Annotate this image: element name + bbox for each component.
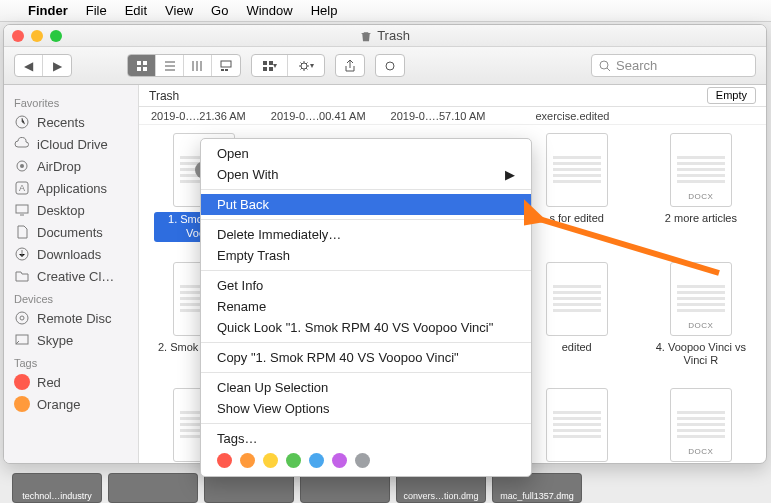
search-icon [599, 60, 611, 72]
column-header[interactable]: 2019-0….57.10 AM [391, 110, 486, 122]
dock-item[interactable] [204, 473, 294, 503]
search-field[interactable]: Search [591, 54, 756, 77]
forward-button[interactable]: ▶ [43, 55, 71, 76]
tags-button[interactable] [376, 55, 404, 76]
tag-color-swatch[interactable] [263, 453, 278, 468]
menu-go[interactable]: Go [211, 3, 228, 18]
context-menu-item[interactable]: Quick Look "1. Smok RPM 40 VS Voopoo Vin… [201, 317, 531, 338]
tag-color-swatch[interactable] [286, 453, 301, 468]
svg-point-23 [20, 316, 24, 320]
file-item[interactable]: DOCX 4. Voopoo Vinci vs Vinci R [644, 262, 758, 369]
sidebar-item-label: Skype [37, 333, 73, 348]
share-icon [344, 60, 356, 72]
list-view-button[interactable] [156, 55, 184, 76]
file-item[interactable]: edited [520, 262, 634, 369]
tag-color-swatch[interactable] [355, 453, 370, 468]
tags-button-group [375, 54, 405, 77]
icon-view-button[interactable] [128, 55, 156, 76]
file-thumbnail [546, 388, 608, 462]
sidebar-item[interactable]: Desktop [4, 199, 138, 221]
column-header[interactable]: exercise.edited [535, 110, 609, 122]
empty-trash-button[interactable]: Empty [707, 87, 756, 104]
arrange-button[interactable]: ▾ [252, 55, 288, 76]
sidebar-item[interactable]: Remote Disc [4, 307, 138, 329]
file-thumbnail [546, 133, 608, 207]
minimize-button[interactable] [31, 30, 43, 42]
context-menu-item[interactable]: Copy "1. Smok RPM 40 VS Voopoo Vinci" [201, 347, 531, 368]
file-item[interactable]: DOCX 2 more articles [644, 133, 758, 242]
sidebar-item-label: Applications [37, 181, 107, 196]
context-menu-item[interactable]: Open With ▶ [201, 164, 531, 185]
context-menu-item[interactable]: Clean Up Selection [201, 377, 531, 398]
menu-view[interactable]: View [165, 3, 193, 18]
list-icon [164, 60, 176, 72]
menu-edit[interactable]: Edit [125, 3, 147, 18]
dock-item[interactable]: technol…industry [12, 473, 102, 503]
file-item[interactable]: in I [520, 388, 634, 463]
context-menu-label: Empty Trash [217, 248, 290, 263]
sidebar-item[interactable]: iCloud Drive [4, 133, 138, 155]
menu-help[interactable]: Help [311, 3, 338, 18]
context-menu-item[interactable]: Rename [201, 296, 531, 317]
file-item[interactable]: DOCX 7 reviewed. Information Age [644, 388, 758, 463]
file-label: 4. Voopoo Vinci vs Vinci R [651, 341, 751, 369]
svg-rect-3 [143, 67, 147, 71]
context-menu-item[interactable]: Empty Trash [201, 245, 531, 266]
sidebar-item[interactable]: Skype [4, 329, 138, 351]
menu-window[interactable]: Window [246, 3, 292, 18]
window-title: Trash [377, 28, 410, 43]
tag-color-swatch[interactable] [217, 453, 232, 468]
column-view-button[interactable] [184, 55, 212, 76]
zoom-button[interactable] [50, 30, 62, 42]
close-button[interactable] [12, 30, 24, 42]
sidebar-item-label: Desktop [37, 203, 85, 218]
svg-rect-7 [263, 61, 267, 65]
context-menu-label: Delete Immediately… [217, 227, 341, 242]
path-bar: Trash Empty [139, 85, 766, 107]
columns-icon [192, 60, 204, 72]
sidebar-item[interactable]: Red [4, 371, 138, 393]
tag-color-swatch[interactable] [240, 453, 255, 468]
share-button[interactable] [336, 55, 364, 76]
sidebar-item[interactable]: Orange [4, 393, 138, 415]
sidebar-item[interactable]: AApplications [4, 177, 138, 199]
file-thumbnail: DOCX [670, 262, 732, 336]
svg-rect-1 [143, 61, 147, 65]
context-menu-item[interactable]: Put Back [201, 194, 531, 215]
context-menu-item[interactable]: Tags… [201, 428, 531, 449]
file-item[interactable]: s for edited [520, 133, 634, 242]
context-menu-label: Put Back [217, 197, 269, 212]
search-placeholder: Search [616, 58, 657, 73]
sidebar-item-label: AirDrop [37, 159, 81, 174]
sidebar-header: Favorites [4, 91, 138, 111]
sidebar-item[interactable]: Creative Cl… [4, 265, 138, 287]
column-header[interactable]: 2019-0….21.36 AM [151, 110, 246, 122]
dock-item[interactable] [108, 473, 198, 503]
context-menu-item[interactable]: Delete Immediately… [201, 224, 531, 245]
file-thumbnail: DOCX [670, 388, 732, 462]
context-menu-label: Get Info [217, 278, 263, 293]
gallery-view-button[interactable] [212, 55, 240, 76]
dock-item[interactable]: convers…tion.dmg [396, 473, 486, 503]
tag-color-swatch[interactable] [309, 453, 324, 468]
svg-point-13 [600, 61, 608, 69]
dock-item[interactable]: mac_full1357.dmg [492, 473, 582, 503]
context-menu-item[interactable]: Show View Options [201, 398, 531, 419]
svg-rect-0 [137, 61, 141, 65]
menu-file[interactable]: File [86, 3, 107, 18]
dock-item[interactable] [300, 473, 390, 503]
svg-rect-6 [225, 69, 228, 71]
context-menu-item[interactable]: Get Info [201, 275, 531, 296]
svg-point-12 [386, 62, 394, 70]
sidebar-item[interactable]: Documents [4, 221, 138, 243]
sidebar-item[interactable]: AirDrop [4, 155, 138, 177]
location-label: Trash [149, 89, 179, 103]
sidebar-item[interactable]: Downloads [4, 243, 138, 265]
action-button[interactable]: ▾ [288, 55, 324, 76]
context-menu-item[interactable]: Open [201, 143, 531, 164]
tag-color-swatch[interactable] [332, 453, 347, 468]
back-button[interactable]: ◀ [15, 55, 43, 76]
app-name[interactable]: Finder [28, 3, 68, 18]
sidebar-item[interactable]: Recents [4, 111, 138, 133]
column-header[interactable]: 2019-0….00.41 AM [271, 110, 366, 122]
